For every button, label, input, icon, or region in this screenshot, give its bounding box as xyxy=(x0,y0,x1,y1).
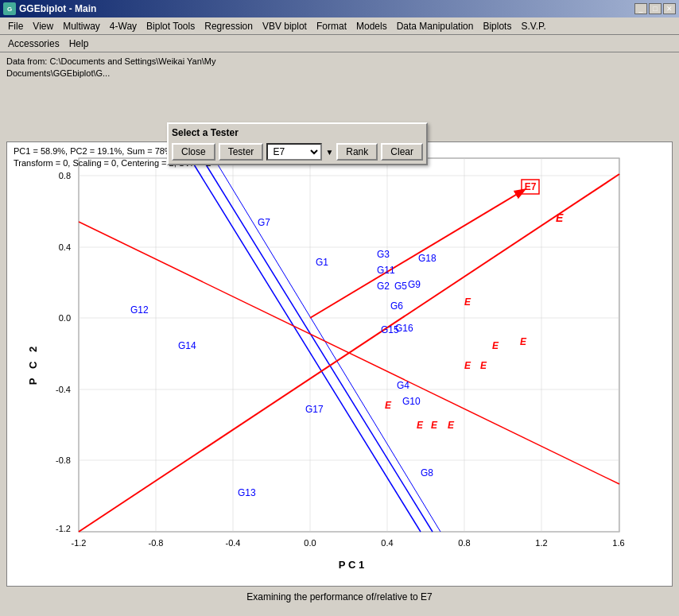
main-content: Data from: C:\Documents and Settings\Wei… xyxy=(0,52,679,607)
svg-text:0.4: 0.4 xyxy=(381,538,393,548)
svg-text:E7: E7 xyxy=(525,181,537,192)
svg-text:-1.2: -1.2 xyxy=(72,538,87,548)
svg-text:G5: G5 xyxy=(394,281,407,292)
menu-format[interactable]: Format xyxy=(312,19,351,33)
svg-text:0.8: 0.8 xyxy=(59,171,71,180)
menu-help[interactable]: Help xyxy=(64,37,94,51)
menu-multiway[interactable]: Multiway xyxy=(58,19,105,33)
svg-text:0.8: 0.8 xyxy=(458,538,470,548)
svg-text:0.0: 0.0 xyxy=(59,313,71,323)
svg-text:G6: G6 xyxy=(390,300,403,312)
svg-text:G14: G14 xyxy=(178,340,196,351)
svg-text:G9: G9 xyxy=(408,279,421,290)
svg-text:1.2: 1.2 xyxy=(535,538,547,548)
svg-text:G3: G3 xyxy=(377,249,390,260)
menu-biplot-tools[interactable]: Biplot Tools xyxy=(142,19,200,33)
svg-text:E: E xyxy=(556,211,564,224)
svg-text:E: E xyxy=(464,296,471,308)
data-info-line1: Data from: C:\Documents and Settings\Wei… xyxy=(6,56,673,68)
data-info-line2: Documents\GGEbiplot\G... xyxy=(6,68,673,79)
pc2-axis-label: P C 2 xyxy=(27,343,39,385)
menu-accessories[interactable]: Accessories xyxy=(3,37,64,51)
svg-text:G2: G2 xyxy=(377,281,390,292)
svg-text:E: E xyxy=(448,420,455,431)
tester-button[interactable]: Tester xyxy=(219,143,264,161)
app-title: GGEbiplot - Main xyxy=(19,3,96,14)
maximize-button[interactable]: □ xyxy=(649,3,662,14)
svg-text:E: E xyxy=(492,340,499,351)
svg-text:G4: G4 xyxy=(397,380,409,391)
pc1-axis-label: P C 1 xyxy=(31,556,672,572)
menu-bar: File View Multiway 4-Way Biplot Tools Re… xyxy=(0,17,679,35)
menu-file[interactable]: File xyxy=(3,19,28,33)
close-button[interactable]: ✕ xyxy=(663,3,676,14)
svg-text:E: E xyxy=(431,420,438,431)
svg-text:0.4: 0.4 xyxy=(59,242,71,252)
tester-select[interactable]: E1E2E3E4 E5E6E7E8 E9E10 xyxy=(266,143,322,161)
menu-regression[interactable]: Regression xyxy=(200,19,258,33)
svg-text:G11: G11 xyxy=(377,265,395,276)
menu-svp[interactable]: S.V.P. xyxy=(516,19,550,33)
svg-text:G18: G18 xyxy=(418,253,436,264)
menu-models[interactable]: Models xyxy=(351,19,392,33)
tester-controls: Close Tester E1E2E3E4 E5E6E7E8 E9E10 ▼ R… xyxy=(172,143,423,161)
svg-text:G8: G8 xyxy=(421,467,433,478)
accessories-bar: Accessories Help xyxy=(0,35,679,52)
svg-text:G12: G12 xyxy=(130,304,149,316)
svg-text:-1.2: -1.2 xyxy=(56,524,71,533)
svg-text:E: E xyxy=(464,360,471,371)
tester-dialog: Select a Tester Close Tester E1E2E3E4 E5… xyxy=(167,122,428,165)
svg-text:-0.8: -0.8 xyxy=(56,455,71,465)
svg-text:-0.4: -0.4 xyxy=(56,385,71,394)
svg-text:G13: G13 xyxy=(238,487,256,498)
plot-container: PC1 = 58.9%, PC2 = 19.1%, Sum = 78% Tran… xyxy=(6,141,673,587)
svg-text:E: E xyxy=(417,420,424,431)
title-bar-left: G GGEbiplot - Main xyxy=(3,2,96,15)
svg-text:G16: G16 xyxy=(395,323,413,334)
svg-text:-0.4: -0.4 xyxy=(226,538,241,548)
svg-rect-0 xyxy=(79,158,619,532)
title-bar-buttons[interactable]: _ □ ✕ xyxy=(634,3,676,14)
svg-text:G10: G10 xyxy=(402,396,421,407)
svg-text:G17: G17 xyxy=(305,404,324,415)
svg-text:G7: G7 xyxy=(258,217,270,228)
app-icon: G xyxy=(3,2,16,15)
clear-button[interactable]: Clear xyxy=(381,143,423,161)
svg-text:E: E xyxy=(385,400,392,411)
menu-biplots[interactable]: Biplots xyxy=(478,19,516,33)
svg-text:E: E xyxy=(480,360,487,371)
svg-text:-0.8: -0.8 xyxy=(149,538,164,548)
menu-4way[interactable]: 4-Way xyxy=(105,19,142,33)
svg-text:1.6: 1.6 xyxy=(612,538,624,548)
title-bar: G GGEbiplot - Main _ □ ✕ xyxy=(0,0,679,17)
minimize-button[interactable]: _ xyxy=(634,3,647,14)
rank-button[interactable]: Rank xyxy=(336,143,378,161)
menu-data-manipulation[interactable]: Data Manipulation xyxy=(392,19,479,33)
data-info: Data from: C:\Documents and Settings\Wei… xyxy=(3,54,676,82)
menu-view[interactable]: View xyxy=(28,19,58,33)
plot-subtitle: Examining the performance of/relative to… xyxy=(3,590,676,606)
svg-text:E: E xyxy=(520,336,527,347)
close-button[interactable]: Close xyxy=(172,143,215,161)
svg-text:0.0: 0.0 xyxy=(304,538,316,548)
svg-text:G1: G1 xyxy=(316,257,328,268)
tester-dialog-title: Select a Tester xyxy=(172,127,423,138)
menu-vbv[interactable]: VBV biplot xyxy=(258,19,312,33)
biplot-svg: -1.2 -0.8 -0.4 0.0 0.4 0.8 1.2 1.6 0.8 0… xyxy=(31,142,667,556)
